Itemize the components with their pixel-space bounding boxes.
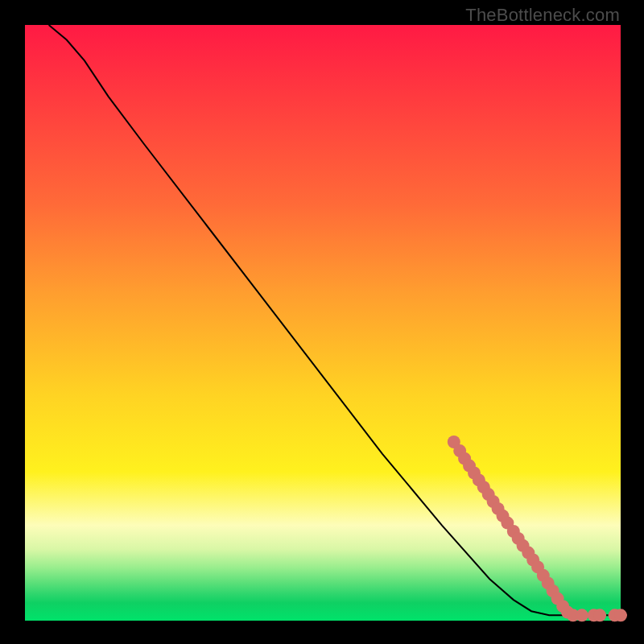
- chart-frame: TheBottleneck.com: [0, 0, 644, 644]
- data-markers: [448, 436, 627, 621]
- data-marker: [576, 609, 588, 621]
- chart-overlay: [25, 25, 621, 621]
- bottleneck-curve: [49, 25, 621, 615]
- data-marker: [614, 609, 627, 621]
- plot-area: [24, 24, 621, 621]
- attribution-label: TheBottleneck.com: [465, 5, 620, 26]
- data-marker: [593, 609, 606, 621]
